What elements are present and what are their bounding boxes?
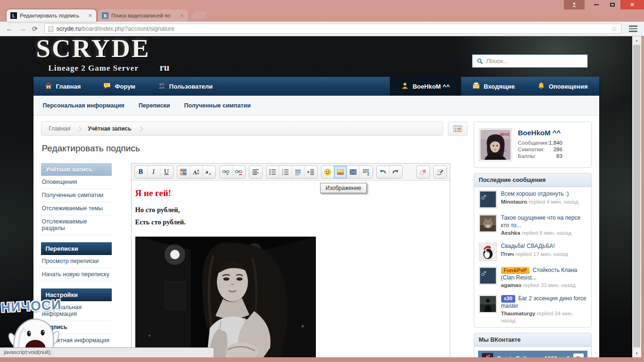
scroll-up-arrow[interactable]: ▲ xyxy=(632,36,641,44)
toolbar-group xyxy=(249,165,263,179)
signature-heading: Я не гей! xyxy=(135,188,446,198)
message-title[interactable]: Fun&PvP Стойкость Клана (Clan Resist... xyxy=(501,267,586,281)
undo-button[interactable] xyxy=(377,166,389,178)
vk-group-row[interactable]: Gracia Epilogue x1200 и x5... В xyxy=(478,351,587,357)
message-title[interactable]: Всем хорошо отдохнуть :) xyxy=(501,190,578,198)
code-block-button[interactable] xyxy=(360,166,372,178)
site-logo[interactable]: SCRYDE Lineage 2 Game Server ru xyxy=(36,36,170,74)
browser-tab[interactable]: ВПоиск видеозаписей по✕ xyxy=(98,9,188,22)
browser-tab[interactable]: LРедактировать подпись✕ xyxy=(7,9,96,22)
breadcrumb-separator-icon xyxy=(137,126,143,132)
page-scrollbar[interactable]: ▲ ▼ xyxy=(632,36,641,357)
sidebar-item[interactable]: Просмотр переписки xyxy=(41,255,112,268)
color-palette-button[interactable] xyxy=(177,166,190,178)
smiley-button[interactable] xyxy=(322,166,334,178)
sidebar-item[interactable]: Оповещения xyxy=(41,176,112,189)
tab-close-icon[interactable]: ✕ xyxy=(88,13,92,19)
recent-message-row[interactable]: ♂Всем хорошо отдохнуть :)Minotauro repli… xyxy=(474,187,591,211)
font-family-button[interactable]: aa xyxy=(203,166,215,178)
subnav-link[interactable]: Переписки xyxy=(139,102,170,109)
message-author[interactable]: Aeshka xyxy=(501,230,520,236)
breadcrumb-link[interactable]: Учётная запись xyxy=(88,125,131,132)
reload-button[interactable]: ⟳ xyxy=(32,25,38,33)
recent-message-row[interactable]: x30 Баг 2 эссенция дино force masterThau… xyxy=(474,292,591,327)
forward-button[interactable]: → xyxy=(19,25,26,33)
penguin-avatar[interactable] xyxy=(479,243,497,261)
close-button[interactable]: ✕ xyxy=(620,0,644,9)
nav-item-Главная[interactable]: Главная xyxy=(33,77,92,96)
sidebar-item[interactable]: Полученные симпатии xyxy=(41,189,112,202)
sidebar-item[interactable]: Контактная информация xyxy=(41,334,112,347)
eraser-button[interactable] xyxy=(417,166,429,178)
sidebar-item[interactable]: Отслеживаемые темы xyxy=(41,202,112,215)
message-author[interactable]: agamao xyxy=(501,282,521,288)
profile-avatar[interactable]: MAX ow xyxy=(479,128,512,161)
unordered-list-button[interactable] xyxy=(266,166,279,178)
subnav-link[interactable]: Полученные симпатии xyxy=(184,102,251,109)
editor-content[interactable]: Я не гей! Но сто рублей, Есть сто рублей… xyxy=(132,181,450,357)
usernav-item[interactable]: Входящие xyxy=(461,77,526,96)
message-author[interactable]: Minotauro xyxy=(501,199,528,205)
browser-menu-button[interactable] xyxy=(626,25,640,32)
message-meta: Minotauro replied 4 мин. назад xyxy=(501,198,578,206)
new-tab-button[interactable] xyxy=(190,11,207,19)
message-title[interactable]: Свадьба! СВАДЬБА! xyxy=(501,243,569,250)
usernav-item[interactable]: BoeHkoM ^^ xyxy=(390,77,461,96)
italic-button[interactable]: I xyxy=(148,166,160,178)
message-body: x30 Баг 2 эссенция дино force masterThau… xyxy=(501,295,586,324)
indent-button[interactable] xyxy=(305,166,317,178)
page-viewport: SCRYDE Lineage 2 Game Server ru ГлавнаяФ… xyxy=(0,36,632,357)
recent-message-row[interactable]: Свадьба! СВАДЬБА!Птич replied 17 мин. на… xyxy=(474,239,591,263)
nav-item-Пользователи[interactable]: Пользователи xyxy=(147,77,224,96)
url-bar[interactable]: scryde.ru/board/index.php?account/signat… xyxy=(44,24,621,34)
account-sidebar: Учётная записьОповещенияПолученные симпа… xyxy=(41,163,112,357)
minimize-button[interactable] xyxy=(588,0,604,9)
message-author[interactable]: Птич xyxy=(501,251,514,257)
image-button[interactable] xyxy=(334,166,347,178)
cat-avatar[interactable] xyxy=(479,214,497,232)
usernav-item[interactable]: Оповещения xyxy=(526,77,599,96)
underline-button[interactable]: U xyxy=(160,166,173,178)
remove-link-button[interactable] xyxy=(232,166,245,178)
maximize-button[interactable] xyxy=(604,0,620,9)
site-search[interactable] xyxy=(472,54,588,68)
scroll-down-arrow[interactable]: ▼ xyxy=(632,349,641,357)
male-symbol-avatar[interactable]: ♂ xyxy=(479,190,497,208)
align-left-button[interactable] xyxy=(249,166,262,178)
browser-profile-button[interactable] xyxy=(564,0,585,9)
sidebar-item[interactable]: Начать новую переписку xyxy=(41,268,112,281)
recent-message-row[interactable]: ♂Fun&PvP Стойкость Клана (Clan Resist...… xyxy=(474,263,591,292)
signature-button[interactable] xyxy=(434,166,446,178)
media-button[interactable] xyxy=(347,166,360,178)
tab-title: Редактировать подпись xyxy=(20,13,85,18)
tab-close-icon[interactable]: ✕ xyxy=(180,13,184,19)
redo-button[interactable] xyxy=(389,166,402,178)
insert-link-button[interactable]: + xyxy=(220,166,232,178)
subnav-link[interactable]: Персональная информация xyxy=(43,102,124,109)
font-size-button[interactable]: A xyxy=(190,166,203,178)
message-title[interactable]: x30 Баг 2 эссенция дино force master xyxy=(501,295,586,310)
breadcrumb-link[interactable]: Главная xyxy=(49,125,71,132)
sidebar-item[interactable]: Персональная информация xyxy=(41,301,112,321)
silhouette-avatar[interactable] xyxy=(479,295,497,313)
quote-button[interactable] xyxy=(292,166,305,178)
profile-username[interactable]: BoeHkoM ^^ xyxy=(518,129,562,137)
nav-item-Форум[interactable]: Форум xyxy=(92,77,146,96)
search-input[interactable] xyxy=(487,58,583,65)
ordered-list-button[interactable]: 123 xyxy=(279,166,292,178)
message-title[interactable]: Такое ощущение что на персе кто то... xyxy=(501,214,586,229)
male-symbol-avatar[interactable]: ♂ xyxy=(479,267,497,285)
message-author[interactable]: Thaumaturgy xyxy=(501,311,536,316)
recent-messages-box: Последние сообщения ♂Всем хорошо отдохну… xyxy=(474,173,592,328)
sidebar-item[interactable]: Подпись xyxy=(41,321,112,334)
bookmark-star-icon[interactable]: ☆ xyxy=(611,25,617,33)
breadcrumb-separator-icon xyxy=(76,126,82,132)
recent-message-row[interactable]: Такое ощущение что на персе кто то...Aes… xyxy=(474,211,591,239)
back-button[interactable]: ← xyxy=(6,25,13,33)
message-meta: Aeshka replied 8 мин. назад xyxy=(501,230,586,237)
scrollbar-thumb[interactable] xyxy=(633,45,640,347)
bold-button[interactable]: B xyxy=(135,166,148,178)
sidebar-item[interactable]: Отслеживаемые разделы xyxy=(41,215,112,235)
board-view-button[interactable] xyxy=(448,122,468,136)
close-icon: ✕ xyxy=(630,1,635,8)
